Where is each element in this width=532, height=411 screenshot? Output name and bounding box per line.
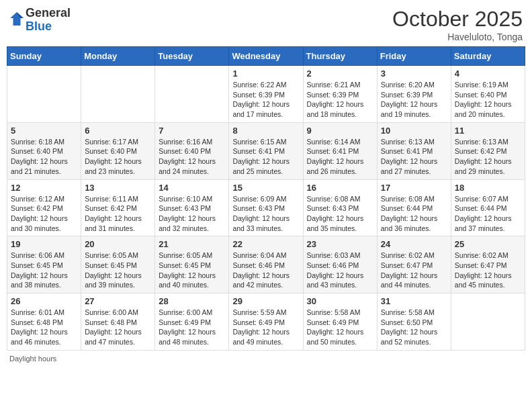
day-number: 19 bbox=[11, 239, 77, 249]
day-info: Sunrise: 6:04 AM Sunset: 6:46 PM Dayligh… bbox=[232, 250, 299, 290]
calendar-cell: 13Sunrise: 6:11 AM Sunset: 6:42 PM Dayli… bbox=[81, 179, 155, 236]
calendar-week-4: 19Sunrise: 6:06 AM Sunset: 6:45 PM Dayli… bbox=[7, 236, 525, 293]
day-number: 27 bbox=[85, 296, 151, 306]
calendar-cell: 26Sunrise: 6:01 AM Sunset: 6:48 PM Dayli… bbox=[7, 293, 81, 351]
calendar-cell: 23Sunrise: 6:03 AM Sunset: 6:46 PM Dayli… bbox=[303, 236, 377, 293]
calendar-cell bbox=[81, 66, 155, 123]
day-number: 5 bbox=[11, 126, 77, 136]
day-info: Sunrise: 6:02 AM Sunset: 6:47 PM Dayligh… bbox=[381, 250, 447, 290]
logo-blue: Blue bbox=[26, 19, 52, 33]
day-number: 11 bbox=[455, 126, 521, 136]
day-number: 10 bbox=[381, 126, 447, 136]
calendar-cell: 20Sunrise: 6:05 AM Sunset: 6:45 PM Dayli… bbox=[81, 236, 155, 293]
day-info: Sunrise: 6:16 AM Sunset: 6:40 PM Dayligh… bbox=[159, 137, 225, 177]
day-number: 25 bbox=[455, 239, 521, 249]
calendar-cell: 21Sunrise: 6:05 AM Sunset: 6:45 PM Dayli… bbox=[155, 236, 229, 293]
calendar-cell: 1Sunrise: 6:22 AM Sunset: 6:39 PM Daylig… bbox=[229, 66, 303, 123]
day-info: Sunrise: 6:21 AM Sunset: 6:39 PM Dayligh… bbox=[307, 80, 373, 120]
logo-general: General bbox=[26, 6, 71, 19]
day-number: 26 bbox=[11, 296, 77, 306]
calendar-cell: 5Sunrise: 6:18 AM Sunset: 6:40 PM Daylig… bbox=[7, 122, 81, 179]
calendar-cell: 14Sunrise: 6:10 AM Sunset: 6:43 PM Dayli… bbox=[155, 179, 229, 236]
day-number: 17 bbox=[381, 183, 447, 193]
calendar-cell: 18Sunrise: 6:07 AM Sunset: 6:44 PM Dayli… bbox=[451, 179, 525, 236]
day-number: 15 bbox=[232, 183, 299, 193]
location-subtitle: Haveluloto, Tonga bbox=[392, 32, 523, 42]
day-info: Sunrise: 5:58 AM Sunset: 6:50 PM Dayligh… bbox=[381, 308, 447, 347]
calendar-cell: 16Sunrise: 6:08 AM Sunset: 6:43 PM Dayli… bbox=[303, 179, 377, 236]
day-number: 23 bbox=[307, 239, 373, 249]
day-info: Sunrise: 6:08 AM Sunset: 6:44 PM Dayligh… bbox=[381, 194, 447, 234]
calendar-week-3: 12Sunrise: 6:12 AM Sunset: 6:42 PM Dayli… bbox=[7, 179, 525, 236]
day-number: 13 bbox=[85, 183, 151, 193]
calendar-cell bbox=[155, 66, 229, 123]
day-number: 6 bbox=[85, 126, 151, 136]
weekday-header-monday: Monday bbox=[81, 47, 155, 66]
day-number: 24 bbox=[381, 239, 447, 249]
calendar-cell bbox=[451, 293, 525, 351]
calendar-cell: 10Sunrise: 6:13 AM Sunset: 6:41 PM Dayli… bbox=[377, 122, 451, 179]
day-number: 3 bbox=[381, 68, 447, 79]
calendar-cell: 11Sunrise: 6:13 AM Sunset: 6:42 PM Dayli… bbox=[451, 122, 525, 179]
calendar-cell: 8Sunrise: 6:15 AM Sunset: 6:41 PM Daylig… bbox=[229, 122, 303, 179]
day-info: Sunrise: 6:00 AM Sunset: 6:48 PM Dayligh… bbox=[85, 308, 151, 347]
day-number: 9 bbox=[307, 126, 373, 136]
calendar-cell: 28Sunrise: 6:00 AM Sunset: 6:49 PM Dayli… bbox=[155, 293, 229, 351]
calendar-cell: 29Sunrise: 5:59 AM Sunset: 6:49 PM Dayli… bbox=[229, 293, 303, 351]
day-number: 12 bbox=[11, 183, 77, 193]
day-info: Sunrise: 5:58 AM Sunset: 6:49 PM Dayligh… bbox=[307, 308, 373, 347]
logo-text: General Blue bbox=[26, 7, 71, 34]
weekday-header-friday: Friday bbox=[377, 47, 451, 66]
day-info: Sunrise: 6:13 AM Sunset: 6:42 PM Dayligh… bbox=[455, 137, 521, 177]
day-number: 7 bbox=[159, 126, 225, 136]
day-info: Sunrise: 6:07 AM Sunset: 6:44 PM Dayligh… bbox=[455, 194, 521, 234]
day-info: Sunrise: 6:18 AM Sunset: 6:40 PM Dayligh… bbox=[11, 137, 77, 177]
calendar-table: SundayMondayTuesdayWednesdayThursdayFrid… bbox=[7, 46, 525, 351]
calendar-cell: 25Sunrise: 6:02 AM Sunset: 6:47 PM Dayli… bbox=[451, 236, 525, 293]
calendar-cell: 24Sunrise: 6:02 AM Sunset: 6:47 PM Dayli… bbox=[377, 236, 451, 293]
day-info: Sunrise: 6:06 AM Sunset: 6:45 PM Dayligh… bbox=[11, 250, 77, 290]
title-block: October 2025 Haveluloto, Tonga bbox=[392, 7, 523, 42]
calendar-week-2: 5Sunrise: 6:18 AM Sunset: 6:40 PM Daylig… bbox=[7, 122, 525, 179]
day-info: Sunrise: 6:03 AM Sunset: 6:46 PM Dayligh… bbox=[307, 250, 373, 290]
calendar-week-1: 1Sunrise: 6:22 AM Sunset: 6:39 PM Daylig… bbox=[7, 66, 525, 123]
day-number: 16 bbox=[307, 183, 373, 193]
day-number: 22 bbox=[232, 239, 299, 249]
day-info: Sunrise: 6:20 AM Sunset: 6:39 PM Dayligh… bbox=[381, 80, 447, 120]
footer: Daylight hours bbox=[7, 355, 525, 363]
day-number: 4 bbox=[455, 68, 521, 79]
calendar-week-5: 26Sunrise: 6:01 AM Sunset: 6:48 PM Dayli… bbox=[7, 293, 525, 351]
weekday-header-row: SundayMondayTuesdayWednesdayThursdayFrid… bbox=[7, 47, 525, 66]
day-number: 31 bbox=[381, 296, 447, 306]
calendar-cell: 30Sunrise: 5:58 AM Sunset: 6:49 PM Dayli… bbox=[303, 293, 377, 351]
calendar-cell: 15Sunrise: 6:09 AM Sunset: 6:43 PM Dayli… bbox=[229, 179, 303, 236]
calendar-cell: 2Sunrise: 6:21 AM Sunset: 6:39 PM Daylig… bbox=[303, 66, 377, 123]
calendar-cell: 4Sunrise: 6:19 AM Sunset: 6:40 PM Daylig… bbox=[451, 66, 525, 123]
day-number: 21 bbox=[159, 239, 225, 249]
day-number: 14 bbox=[159, 183, 225, 193]
calendar-cell: 12Sunrise: 6:12 AM Sunset: 6:42 PM Dayli… bbox=[7, 179, 81, 236]
svg-marker-0 bbox=[10, 12, 24, 26]
calendar-cell: 9Sunrise: 6:14 AM Sunset: 6:41 PM Daylig… bbox=[303, 122, 377, 179]
day-info: Sunrise: 6:17 AM Sunset: 6:40 PM Dayligh… bbox=[85, 137, 151, 177]
day-info: Sunrise: 6:02 AM Sunset: 6:47 PM Dayligh… bbox=[455, 250, 521, 290]
day-info: Sunrise: 6:11 AM Sunset: 6:42 PM Dayligh… bbox=[85, 194, 151, 234]
day-number: 18 bbox=[455, 183, 521, 193]
logo-icon bbox=[9, 11, 24, 26]
day-info: Sunrise: 6:01 AM Sunset: 6:48 PM Dayligh… bbox=[11, 308, 77, 347]
calendar-cell: 31Sunrise: 5:58 AM Sunset: 6:50 PM Dayli… bbox=[377, 293, 451, 351]
calendar-cell: 6Sunrise: 6:17 AM Sunset: 6:40 PM Daylig… bbox=[81, 122, 155, 179]
day-info: Sunrise: 6:08 AM Sunset: 6:43 PM Dayligh… bbox=[307, 194, 373, 234]
day-info: Sunrise: 6:14 AM Sunset: 6:41 PM Dayligh… bbox=[307, 137, 373, 177]
calendar-cell: 17Sunrise: 6:08 AM Sunset: 6:44 PM Dayli… bbox=[377, 179, 451, 236]
day-info: Sunrise: 6:15 AM Sunset: 6:41 PM Dayligh… bbox=[232, 137, 299, 177]
day-info: Sunrise: 6:09 AM Sunset: 6:43 PM Dayligh… bbox=[232, 194, 299, 234]
day-info: Sunrise: 6:00 AM Sunset: 6:49 PM Dayligh… bbox=[159, 308, 225, 347]
day-number: 20 bbox=[85, 239, 151, 249]
calendar-cell: 22Sunrise: 6:04 AM Sunset: 6:46 PM Dayli… bbox=[229, 236, 303, 293]
calendar-cell: 27Sunrise: 6:00 AM Sunset: 6:48 PM Dayli… bbox=[81, 293, 155, 351]
calendar-cell: 7Sunrise: 6:16 AM Sunset: 6:40 PM Daylig… bbox=[155, 122, 229, 179]
weekday-header-thursday: Thursday bbox=[303, 47, 377, 66]
month-title: October 2025 bbox=[392, 7, 523, 32]
day-info: Sunrise: 6:19 AM Sunset: 6:40 PM Dayligh… bbox=[455, 80, 521, 120]
